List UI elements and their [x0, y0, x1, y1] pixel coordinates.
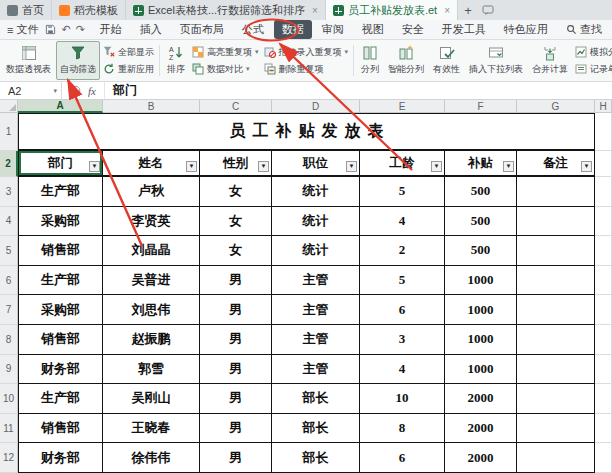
cell-G6[interactable]: [517, 266, 595, 296]
cell-A10[interactable]: 生产部: [18, 384, 103, 414]
cell-B3[interactable]: 卢秋: [103, 177, 200, 207]
menu-item-insert[interactable]: 插入: [132, 20, 170, 39]
validation-button[interactable]: 有效性: [429, 41, 464, 80]
insert-function-icon[interactable]: [70, 85, 81, 96]
row-header-4[interactable]: 4: [0, 207, 18, 237]
cell-E8[interactable]: 3: [360, 325, 445, 355]
row-header-8[interactable]: 8: [0, 325, 18, 355]
cell-B2[interactable]: 姓名▼: [103, 151, 200, 177]
cell-E5[interactable]: 2: [360, 236, 445, 266]
new-tab-button[interactable]: +: [458, 0, 478, 20]
cell-G7[interactable]: [517, 295, 595, 325]
row-header-3[interactable]: 3: [0, 177, 18, 207]
cell-A3[interactable]: 生产部: [18, 177, 103, 207]
cell-G10[interactable]: [517, 384, 595, 414]
cell-F11[interactable]: 2000: [445, 414, 517, 444]
tab-document-1[interactable]: Excel表格技...行数据筛选和排序 ×: [126, 0, 326, 20]
cell-D11[interactable]: 部长: [272, 414, 360, 444]
cell-A9[interactable]: 财务部: [18, 355, 103, 385]
cell-C3[interactable]: 女: [200, 177, 272, 207]
cell-A7[interactable]: 采购部: [18, 295, 103, 325]
row-header-12[interactable]: 12: [0, 443, 18, 473]
menu-item-data[interactable]: 数据: [274, 20, 312, 39]
autofilter-button[interactable]: 自动筛选: [56, 41, 100, 80]
cell-D10[interactable]: 部长: [272, 384, 360, 414]
cell-D4[interactable]: 统计: [272, 207, 360, 237]
cell-G3[interactable]: [517, 177, 595, 207]
cell-F6[interactable]: 1000: [445, 266, 517, 296]
cell-D6[interactable]: 主管: [272, 266, 360, 296]
cell-G12[interactable]: [517, 443, 595, 473]
tab-document-active[interactable]: 员工补贴发放表.et ×: [326, 0, 458, 20]
cell-C11[interactable]: 男: [200, 414, 272, 444]
row-header-1[interactable]: 1: [0, 113, 18, 151]
cell-A12[interactable]: 财务部: [18, 443, 103, 473]
column-header-g[interactable]: G: [517, 100, 595, 113]
data-compare-button[interactable]: 数据对比 ▾: [192, 63, 259, 76]
menu-item-page-layout[interactable]: 页面布局: [172, 20, 232, 39]
sort-button[interactable]: AZ 排序: [163, 41, 189, 80]
cell-F12[interactable]: 2000: [445, 443, 517, 473]
text-to-columns-button[interactable]: 分列: [357, 41, 383, 80]
menu-item-special-apps[interactable]: 特色应用: [496, 20, 556, 39]
cell-B6[interactable]: 吴普进: [103, 266, 200, 296]
highlight-duplicates-button[interactable]: 高亮重复项 ▾: [192, 46, 259, 59]
cell-A11[interactable]: 销售部: [18, 414, 103, 444]
filter-button-remark[interactable]: ▼: [581, 161, 592, 172]
menu-item-developer[interactable]: 开发工具: [434, 20, 494, 39]
find-button[interactable]: 查找: [566, 22, 612, 37]
cell-F5[interactable]: 500: [445, 236, 517, 266]
redo-icon[interactable]: ↷: [76, 23, 85, 36]
cell-E12[interactable]: 6: [360, 443, 445, 473]
cell-D7[interactable]: 主管: [272, 295, 360, 325]
cell-C12[interactable]: 男: [200, 443, 272, 473]
cell-H3[interactable]: [595, 177, 612, 207]
file-menu[interactable]: ≡ 文件: [0, 22, 45, 37]
cell-C9[interactable]: 男: [200, 355, 272, 385]
cell-D8[interactable]: 主管: [272, 325, 360, 355]
cell-E2[interactable]: 工龄▼: [360, 151, 445, 177]
fx-icon[interactable]: fx: [88, 85, 96, 97]
cell-H8[interactable]: [595, 325, 612, 355]
column-header-h[interactable]: H: [595, 100, 612, 113]
row-header-2[interactable]: 2: [0, 151, 18, 177]
column-header-d[interactable]: D: [272, 100, 360, 113]
cell-G9[interactable]: [517, 355, 595, 385]
what-if-analysis-button[interactable]: 模拟分析 ▾: [575, 46, 612, 59]
menu-item-view[interactable]: 视图: [354, 20, 392, 39]
cell-E10[interactable]: 10: [360, 384, 445, 414]
cell-C7[interactable]: 男: [200, 295, 272, 325]
reapply-button[interactable]: 重新应用: [103, 63, 154, 76]
cell-F8[interactable]: 1000: [445, 325, 517, 355]
cell-C6[interactable]: 男: [200, 266, 272, 296]
cell-F3[interactable]: 500: [445, 177, 517, 207]
row-header-9[interactable]: 9: [0, 355, 18, 385]
cell-G4[interactable]: [517, 207, 595, 237]
cell-D5[interactable]: 统计: [272, 236, 360, 266]
smart-split-button[interactable]: 智能分列: [384, 41, 428, 80]
cell-H7[interactable]: [595, 295, 612, 325]
row-header-6[interactable]: 6: [0, 266, 18, 296]
cell-A5[interactable]: 销售部: [18, 236, 103, 266]
cell-C2[interactable]: 性别▼: [200, 151, 272, 177]
cell-H11[interactable]: [595, 414, 612, 444]
filter-button-subsidy[interactable]: ▼: [503, 161, 514, 172]
cell-B7[interactable]: 刘思伟: [103, 295, 200, 325]
message-icon[interactable]: [482, 4, 494, 16]
name-box[interactable]: A2 ▾: [0, 82, 62, 99]
menu-item-start[interactable]: 开始: [92, 20, 130, 39]
menu-item-review[interactable]: 审阅: [314, 20, 352, 39]
show-all-button[interactable]: 全部显示: [103, 46, 154, 59]
close-tab-icon[interactable]: ×: [312, 5, 318, 16]
filter-button-position[interactable]: ▼: [346, 161, 357, 172]
cell-H6[interactable]: [595, 266, 612, 296]
filter-button-gender[interactable]: ▼: [258, 161, 269, 172]
insert-dropdown-list-button[interactable]: 插入下拉列表: [465, 41, 527, 80]
cell-F4[interactable]: 500: [445, 207, 517, 237]
tab-docer-templates[interactable]: 稻壳模板: [52, 0, 126, 20]
cell-D2[interactable]: 职位▼: [272, 151, 360, 177]
column-header-f[interactable]: F: [445, 100, 517, 113]
record-form-button[interactable]: 记录单: [575, 63, 612, 76]
cell-F9[interactable]: 1000: [445, 355, 517, 385]
cell-E3[interactable]: 5: [360, 177, 445, 207]
